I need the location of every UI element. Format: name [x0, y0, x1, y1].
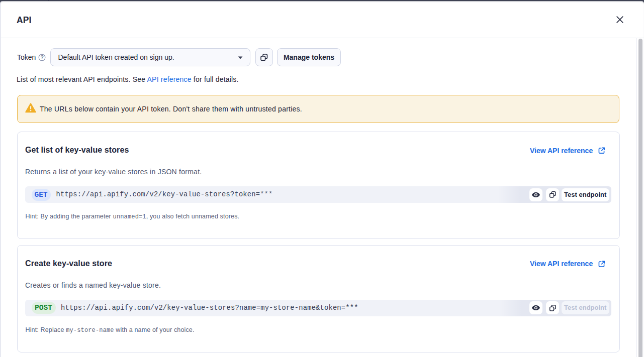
svg-text:?: ?	[40, 54, 43, 60]
